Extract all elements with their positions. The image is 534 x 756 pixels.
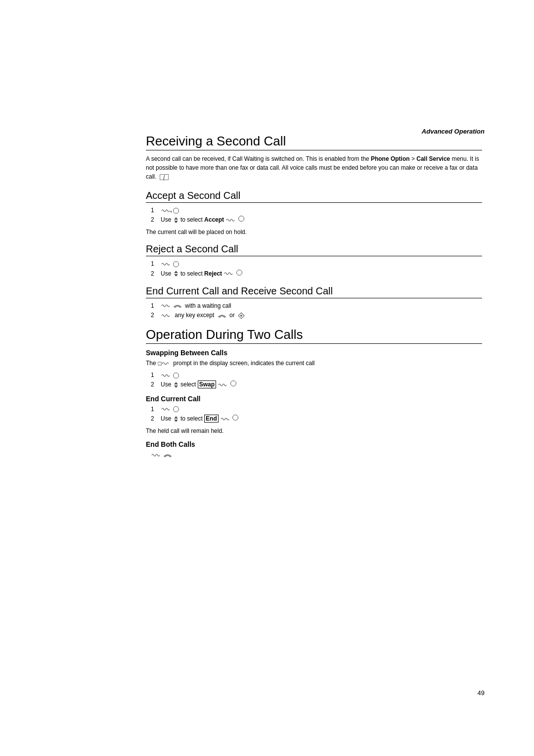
reject-step-1: 1 (151, 259, 482, 269)
or-text: or (228, 311, 236, 320)
nav-scroll-icon-4 (173, 416, 179, 423)
reject-step2-text: Use to select Reject (161, 269, 242, 279)
end-current-step2-text: Use to select End (161, 414, 238, 424)
softkey-wave-icon-9 (161, 406, 172, 413)
svg-marker-11 (174, 420, 178, 422)
end-current-step-num-1: 1 (151, 405, 158, 414)
end-receive-step-2: 2 any key except or (151, 311, 482, 320)
swap-desc: The prompt in the display screen, indica… (146, 359, 482, 368)
end-current-step-1: 1 (151, 405, 482, 414)
end-receive-step1-icons: with a waiting call (161, 301, 231, 311)
svg-marker-9 (174, 385, 178, 388)
accept-note: The current call will be placed on hold. (146, 228, 482, 236)
swap-step-2: 2 Use select Swap (151, 380, 482, 389)
receiving-body: A second call can be received, if Call W… (146, 154, 482, 181)
swap-step1-icons (161, 372, 179, 379)
nav-scroll-icon (173, 217, 179, 224)
step-num-1: 1 (151, 206, 158, 215)
end-call-icon (173, 303, 182, 309)
softkey-wave-icon-7 (161, 372, 172, 379)
circle-btn-icon-2 (238, 216, 244, 222)
end-receive-step2-icons: any key except or (161, 311, 245, 320)
softkey-wave-icon: ● (161, 207, 172, 214)
svg-marker-4 (174, 274, 178, 277)
svg-marker-10 (174, 416, 178, 419)
end-label: End (204, 415, 219, 423)
step-num-2: 2 (151, 215, 158, 225)
nav-scroll-icon-3 (173, 381, 179, 388)
end-current-note: The held call will remain held. (146, 426, 482, 435)
end-both-title: End Both Calls (146, 440, 482, 448)
reject-step-2: 2 Use to select Reject (151, 269, 482, 279)
svg-rect-7 (158, 362, 162, 365)
end-call-icon-3 (163, 452, 172, 458)
swap-step-1: 1 (151, 371, 482, 380)
accept-step1-icons: ● (161, 207, 179, 214)
receiving-title: Receiving a Second Call (146, 134, 482, 150)
reject-steps: 1 2 Use (151, 259, 482, 278)
swap-step-num-1: 1 (151, 371, 158, 380)
end-receive-step-num-1: 1 (151, 301, 158, 311)
swap-step-num-2: 2 (151, 380, 158, 389)
svg-marker-1 (174, 217, 178, 220)
swap-steps: 1 2 Use (151, 371, 482, 389)
softkey-wave-icon-5 (161, 302, 172, 309)
fax-icon: ⎛ (160, 174, 169, 180)
end-both-icons (151, 450, 482, 459)
operation-title: Operation During Two Calls (146, 327, 482, 344)
circle-btn-icon-5 (173, 373, 179, 378)
accept-step2-text: Use to select Accept (161, 215, 244, 225)
nav-icon-diamond (238, 312, 245, 319)
softkey-wave-icon-2 (225, 217, 236, 224)
end-current-receive-section: End Current Call and Receive Second Call… (146, 285, 482, 320)
svg-marker-2 (174, 221, 178, 223)
end-receive-step2-text: any key except (173, 311, 216, 320)
end-call-icon-2 (218, 313, 226, 319)
swap-title: Swapping Between Calls (146, 349, 482, 357)
end-both-icon-group (151, 452, 172, 459)
reject-step-num-1: 1 (151, 259, 158, 269)
softkey-wave-icon-3 (161, 261, 172, 268)
accept-section: Accept a Second Call 1 ● 2 (146, 190, 482, 236)
end-current-receive-title: End Current Call and Receive Second Call (146, 285, 482, 298)
circle-btn-icon-8 (232, 415, 238, 421)
receiving-section: Receiving a Second Call A second call ca… (146, 134, 482, 181)
end-current-step-num-2: 2 (151, 414, 158, 424)
swap-label: Swap (198, 380, 216, 388)
circle-btn-icon-3 (173, 261, 179, 267)
accept-step-1: 1 ● (151, 206, 482, 215)
circle-btn-icon-4 (236, 270, 242, 276)
softkey-wave-icon-10 (220, 416, 231, 423)
end-receive-step-1: 1 with a waiting call (151, 301, 482, 311)
operation-section: Operation During Two Calls Swapping Betw… (146, 327, 482, 459)
svg-marker-3 (174, 271, 178, 273)
softkey-wave-icon-4 (223, 270, 234, 277)
softkey-wave-icon-6 (161, 312, 172, 319)
svg-point-6 (240, 315, 242, 317)
svg-marker-8 (174, 382, 178, 384)
end-current-step-2: 2 Use to select End (151, 414, 482, 424)
end-receive-step1-suffix: with a waiting call (183, 301, 231, 311)
swap-indicator-icon (158, 360, 172, 367)
accept-step-2: 2 Use to select Accept (151, 215, 482, 225)
accept-title: Accept a Second Call (146, 190, 482, 203)
svg-text:●: ● (170, 209, 172, 214)
reject-section: Reject a Second Call 1 2 Use (146, 243, 482, 278)
end-current-steps: 1 2 Use (151, 405, 482, 424)
reject-step1-icons (161, 261, 179, 268)
end-current-receive-steps: 1 with a waiting call 2 (151, 301, 482, 320)
end-current-step1-icons (161, 406, 179, 413)
nav-scroll-icon-2 (173, 270, 179, 277)
circle-btn-icon-6 (230, 380, 236, 386)
softkey-wave-icon-8 (218, 381, 228, 388)
circle-btn-icon (173, 208, 179, 214)
accept-steps: 1 ● 2 Use (151, 206, 482, 225)
end-receive-step-num-2: 2 (151, 311, 158, 320)
softkey-wave-icon-11 (151, 452, 162, 459)
end-current-title: End Current Call (146, 395, 482, 403)
page: Advanced Operation Receiving a Second Ca… (0, 0, 534, 756)
content-area: Receiving a Second Call A second call ca… (146, 134, 482, 468)
swap-step2-text: Use select Swap (161, 380, 236, 389)
circle-btn-icon-7 (173, 406, 179, 412)
reject-step-num-2: 2 (151, 269, 158, 279)
